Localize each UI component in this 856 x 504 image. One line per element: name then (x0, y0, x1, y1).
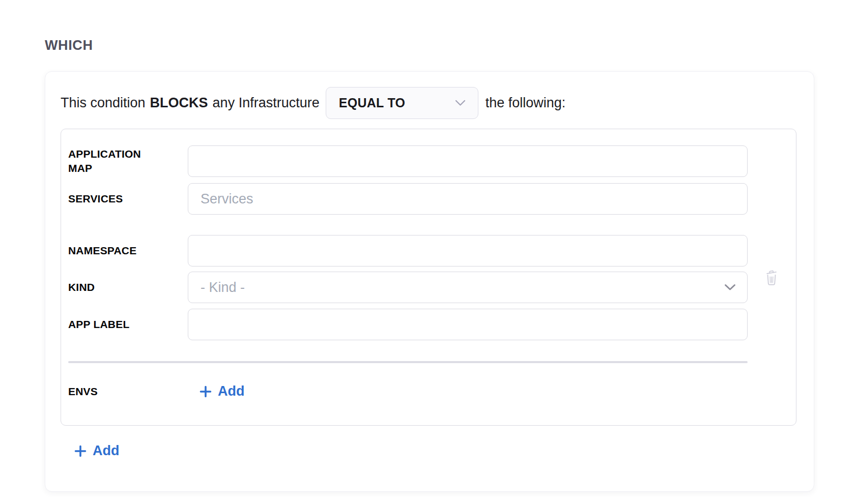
kind-select[interactable]: - Kind - (188, 272, 748, 303)
services-label: SERVICES (68, 192, 188, 206)
plus-icon (74, 444, 87, 458)
namespace-field-row: NAMESPACE (68, 235, 796, 266)
application-map-input[interactable] (188, 145, 748, 177)
operator-dropdown[interactable]: EQUAL TO (326, 87, 478, 119)
section-title: WHICH (45, 38, 93, 53)
envs-add-button[interactable]: Add (199, 383, 244, 399)
chevron-down-icon (724, 284, 736, 291)
trash-icon (764, 268, 779, 286)
condition-text-suffix: the following: (486, 95, 566, 111)
chevron-down-icon (455, 100, 466, 106)
condition-card: This condition BLOCKS any Infrastructure… (45, 71, 814, 492)
envs-field-row: ENVS Add (68, 383, 796, 399)
envs-label: ENVS (68, 384, 188, 399)
divider (68, 361, 748, 363)
kind-placeholder: - Kind - (201, 280, 245, 295)
kind-label: KIND (68, 280, 188, 294)
add-button-label: Add (93, 443, 119, 459)
condition-verb: BLOCKS (150, 95, 208, 111)
condition-text-prefix: This condition (61, 95, 146, 111)
infrastructure-fields-group: APPLICATION MAP SERVICES NAMESPACE KIND … (61, 129, 796, 426)
envs-add-button-label: Add (218, 383, 244, 399)
operator-selected-value: EQUAL TO (339, 96, 406, 110)
app-label-field-row: APP LABEL (68, 309, 796, 340)
plus-icon (199, 385, 212, 398)
add-condition-row-button[interactable]: Add (74, 443, 119, 459)
delete-row-button[interactable] (764, 267, 779, 287)
condition-sentence: This condition BLOCKS any Infrastructure… (61, 87, 798, 119)
services-input[interactable] (188, 183, 748, 215)
page: WHICH This condition BLOCKS any Infrastr… (0, 0, 856, 504)
namespace-input[interactable] (188, 235, 748, 266)
application-map-field-row: APPLICATION MAP (68, 145, 796, 177)
namespace-label: NAMESPACE (68, 244, 188, 258)
condition-text-middle: any Infrastructure (213, 95, 320, 111)
app-label-input[interactable] (188, 309, 748, 340)
kind-field-row: KIND - Kind - (68, 272, 796, 303)
application-map-label: APPLICATION MAP (68, 147, 188, 175)
app-label-label: APP LABEL (68, 317, 188, 332)
services-field-row: SERVICES (68, 183, 796, 215)
